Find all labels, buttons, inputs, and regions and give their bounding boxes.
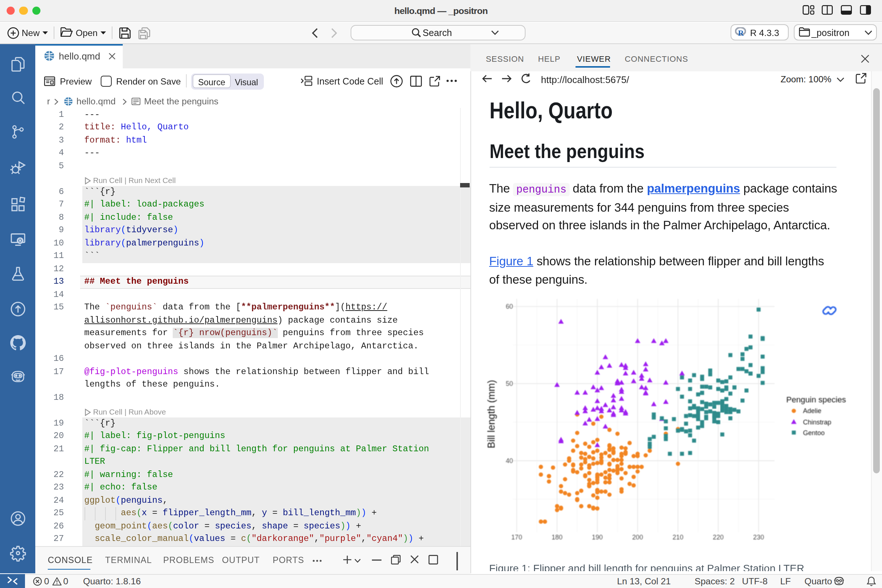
- svg-text:Bill length (mm): Bill length (mm): [486, 380, 497, 448]
- svg-text:40: 40: [506, 457, 513, 465]
- svg-text:50: 50: [506, 380, 513, 387]
- svg-text:220: 220: [713, 534, 724, 540]
- svg-text:170: 170: [511, 534, 522, 540]
- svg-text:Penguin species: Penguin species: [786, 395, 846, 404]
- svg-text:180: 180: [552, 534, 562, 540]
- svg-text:Gentoo: Gentoo: [803, 429, 825, 436]
- svg-text:60: 60: [506, 303, 513, 310]
- svg-text:R: R: [738, 28, 744, 37]
- svg-text:230: 230: [753, 534, 764, 540]
- svg-text:200: 200: [632, 534, 643, 540]
- svg-text:Adelie: Adelie: [803, 407, 821, 414]
- svg-text:190: 190: [592, 534, 603, 540]
- svg-text:Chinstrap: Chinstrap: [803, 418, 831, 426]
- svg-text:210: 210: [672, 534, 684, 540]
